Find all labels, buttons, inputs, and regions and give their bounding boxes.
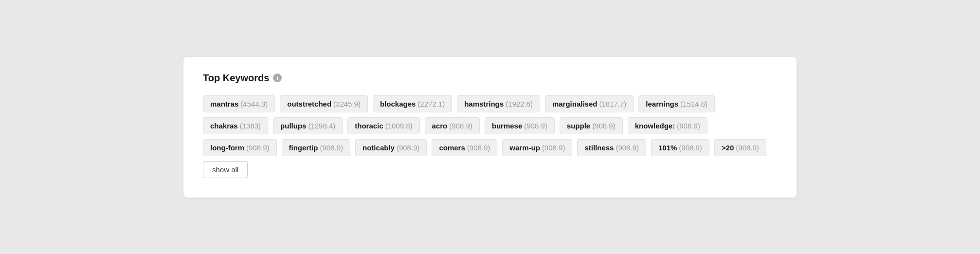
keyword-name: 101% bbox=[658, 144, 677, 152]
keyword-score: (908.9) bbox=[616, 144, 639, 152]
info-icon[interactable]: i bbox=[273, 73, 282, 82]
keyword-name: learnings bbox=[646, 100, 678, 108]
show-all-button[interactable]: show all bbox=[203, 161, 248, 178]
keyword-tag: hamstrings (1922.6) bbox=[457, 95, 540, 112]
keyword-name: mantras bbox=[210, 100, 238, 108]
keyword-name: blockages bbox=[380, 100, 416, 108]
keyword-score: (1383) bbox=[240, 122, 261, 130]
keyword-score: (1817.7) bbox=[599, 100, 626, 108]
keyword-tag: learnings (1514.8) bbox=[638, 95, 715, 112]
keyword-name: knowledge: bbox=[635, 122, 675, 130]
keyword-score: (1298.4) bbox=[308, 122, 335, 130]
keyword-tag: mantras (4544.3) bbox=[203, 95, 275, 112]
keyword-name: long-form bbox=[210, 144, 244, 152]
keyword-tag: chakras (1383) bbox=[203, 117, 268, 134]
keyword-tag: outstretched (3245.9) bbox=[280, 95, 368, 112]
keyword-tag: thoracic (1009.8) bbox=[347, 117, 419, 134]
keyword-score: (908.9) bbox=[320, 144, 344, 152]
keyword-tag: noticably (908.9) bbox=[355, 139, 427, 156]
keyword-score: (908.9) bbox=[467, 144, 490, 152]
keyword-score: (1922.6) bbox=[506, 100, 533, 108]
keyword-tag: fingertip (908.9) bbox=[282, 139, 351, 156]
keyword-tag: long-form (908.9) bbox=[203, 139, 277, 156]
keyword-score: (1009.8) bbox=[385, 122, 413, 130]
keyword-score: (908.9) bbox=[736, 144, 759, 152]
keyword-tag: >20 (908.9) bbox=[714, 139, 766, 156]
keyword-tag: 101% (908.9) bbox=[651, 139, 709, 156]
keyword-name: noticably bbox=[363, 144, 395, 152]
keyword-tag: warm-up (908.9) bbox=[502, 139, 572, 156]
keyword-name: marginalised bbox=[552, 100, 598, 108]
keyword-name: outstretched bbox=[287, 100, 331, 108]
keyword-tag: supple (908.9) bbox=[560, 117, 623, 134]
keyword-tag: burmese (908.9) bbox=[485, 117, 555, 134]
keyword-name: pullups bbox=[280, 122, 306, 130]
keyword-score: (2272.1) bbox=[417, 100, 445, 108]
keyword-name: comers bbox=[439, 144, 465, 152]
top-keywords-card: Top Keywords i mantras (4544.3)outstretc… bbox=[183, 57, 797, 198]
keyword-score: (908.9) bbox=[524, 122, 547, 130]
keyword-score: (908.9) bbox=[592, 122, 616, 130]
keyword-score: (908.9) bbox=[449, 122, 472, 130]
keyword-name: burmese bbox=[492, 122, 523, 130]
keyword-name: >20 bbox=[722, 144, 734, 152]
keyword-score: (908.9) bbox=[677, 122, 700, 130]
keyword-name: warm-up bbox=[509, 144, 540, 152]
keyword-tag: marginalised (1817.7) bbox=[545, 95, 634, 112]
keyword-score: (908.9) bbox=[679, 144, 702, 152]
keywords-container: mantras (4544.3)outstretched (3245.9)blo… bbox=[203, 95, 777, 178]
keyword-score: (908.9) bbox=[397, 144, 420, 152]
keyword-tag: knowledge: (908.9) bbox=[628, 117, 708, 134]
keyword-tag: stillness (908.9) bbox=[577, 139, 646, 156]
keyword-name: fingertip bbox=[289, 144, 318, 152]
section-title: Top Keywords bbox=[203, 73, 269, 84]
keyword-name: chakras bbox=[210, 122, 238, 130]
keyword-tag: pullups (1298.4) bbox=[273, 117, 343, 134]
keyword-tag: blockages (2272.1) bbox=[373, 95, 452, 112]
keyword-name: hamstrings bbox=[464, 100, 504, 108]
keyword-score: (4544.3) bbox=[240, 100, 268, 108]
keyword-name: acro bbox=[432, 122, 448, 130]
keyword-name: thoracic bbox=[355, 122, 383, 130]
keyword-tag: acro (908.9) bbox=[425, 117, 480, 134]
keyword-score: (908.9) bbox=[542, 144, 565, 152]
keyword-tag: comers (908.9) bbox=[432, 139, 497, 156]
keyword-score: (1514.8) bbox=[680, 100, 708, 108]
keyword-name: stillness bbox=[584, 144, 614, 152]
section-header: Top Keywords i bbox=[203, 73, 777, 84]
keyword-name: supple bbox=[567, 122, 590, 130]
keyword-score: (908.9) bbox=[246, 144, 270, 152]
keyword-score: (3245.9) bbox=[333, 100, 361, 108]
